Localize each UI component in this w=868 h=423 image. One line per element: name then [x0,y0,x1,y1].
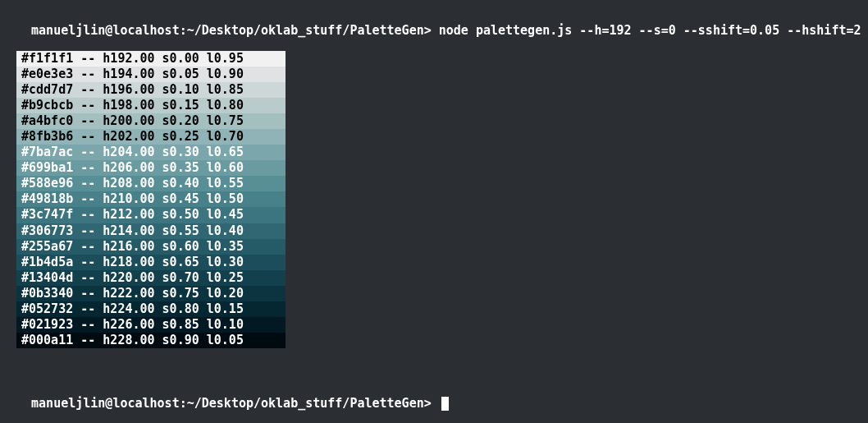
swatch-sat: s0.20 [162,113,199,128]
swatch-hue: h210.00 [103,191,154,206]
swatch-row: #49818b -- h210.00 s0.45 l0.50 [16,191,286,207]
swatch-hex: #021923 [21,317,73,332]
swatch-hex: #a4bfc0 [21,113,73,128]
palette-output: #f1f1f1 -- h192.00 s0.00 l0.95#e0e3e3 --… [0,39,868,348]
swatch-sat: s0.05 [162,67,199,81]
swatch-sat: s0.45 [162,191,199,206]
swatch-light: l0.35 [207,239,244,254]
swatch-hue: h198.00 [103,98,154,113]
swatch-light: l0.75 [207,113,244,128]
swatch-row: #e0e3e3 -- h194.00 s0.05 l0.90 [16,67,286,82]
swatch-row: #255a67 -- h216.00 s0.60 l0.35 [16,239,286,255]
swatch-row: #0b3340 -- h222.00 s0.75 l0.20 [16,286,286,301]
swatch-sat: s0.75 [162,286,199,301]
swatch-row: #052732 -- h224.00 s0.80 l0.15 [16,301,286,317]
spacer [0,348,868,381]
swatch-hue: h192.00 [103,51,154,66]
swatch-sat: s0.60 [162,239,199,254]
swatch-hue: h204.00 [103,145,154,159]
prompt-line-1: manueljlin@localhost:~/Desktop/oklab_stu… [0,8,868,39]
swatch-hex: #8fb3b6 [21,129,73,144]
swatch-sat: s0.65 [162,255,199,269]
swatch-hue: h208.00 [103,176,154,191]
swatch-hex: #588e96 [21,176,73,191]
swatch-hue: h216.00 [103,239,154,254]
swatch-light: l0.25 [207,270,244,285]
swatch-hex: #699ba1 [21,160,73,175]
swatch-sat: s0.90 [162,333,199,347]
swatch-light: l0.95 [207,51,244,66]
swatch-row: #699ba1 -- h206.00 s0.35 l0.60 [16,160,286,176]
swatch-sat: s0.40 [162,176,199,191]
swatch-hex: #b9cbcb [21,98,73,113]
swatch-light: l0.80 [207,98,244,113]
swatch-hex: #13404d [21,270,73,285]
swatch-hex: #0b3340 [21,286,73,301]
swatch-hex: #cdd7d7 [21,82,73,97]
swatch-hue: h202.00 [103,129,154,144]
swatch-row: #a4bfc0 -- h200.00 s0.20 l0.75 [16,113,286,129]
prompt-line-2[interactable]: manueljlin@localhost:~/Desktop/oklab_stu… [0,381,868,412]
swatch-hue: h226.00 [103,317,154,332]
swatch-hex: #49818b [21,191,73,206]
swatch-light: l0.65 [207,145,244,159]
swatch-light: l0.10 [207,317,244,332]
swatch-hue: h196.00 [103,82,154,97]
swatch-hue: h214.00 [103,223,154,238]
swatch-row: #306773 -- h214.00 s0.55 l0.40 [16,223,286,239]
swatch-sat: s0.70 [162,270,199,285]
swatch-light: l0.85 [207,82,244,97]
swatch-hue: h194.00 [103,67,154,81]
swatch-light: l0.30 [207,255,244,269]
swatch-row: #13404d -- h220.00 s0.70 l0.25 [16,270,286,286]
swatch-hex: #306773 [21,223,73,238]
swatch-row: #7ba7ac -- h204.00 s0.30 l0.65 [16,145,286,160]
swatch-hex: #1b4d5a [21,255,73,269]
swatch-light: l0.60 [207,160,244,175]
swatch-row: #3c747f -- h212.00 s0.50 l0.45 [16,207,286,223]
swatch-hex: #3c747f [21,207,73,222]
cursor-icon [441,397,449,411]
swatch-sat: s0.25 [162,129,199,144]
swatch-hue: h206.00 [103,160,154,175]
prompt-text: manueljlin@localhost:~/Desktop/oklab_stu… [31,23,861,38]
swatch-hex: #000a11 [21,333,73,347]
swatch-row: #b9cbcb -- h198.00 s0.15 l0.80 [16,98,286,113]
swatch-sat: s0.15 [162,98,199,113]
swatch-sat: s0.55 [162,223,199,238]
swatch-light: l0.05 [207,333,244,347]
swatch-hex: #f1f1f1 [21,51,73,66]
swatch-light: l0.40 [207,223,244,238]
swatch-row: #8fb3b6 -- h202.00 s0.25 l0.70 [16,129,286,145]
swatch-hex: #7ba7ac [21,145,73,159]
swatch-row: #f1f1f1 -- h192.00 s0.00 l0.95 [16,51,286,67]
swatch-hue: h200.00 [103,113,154,128]
swatch-row: #1b4d5a -- h218.00 s0.65 l0.30 [16,255,286,270]
swatch-sat: s0.80 [162,301,199,316]
swatch-light: l0.20 [207,286,244,301]
swatch-sat: s0.00 [162,51,199,66]
swatch-sat: s0.35 [162,160,199,175]
swatch-light: l0.70 [207,129,244,144]
swatch-hex: #e0e3e3 [21,67,73,81]
swatch-hue: h212.00 [103,207,154,222]
swatch-light: l0.15 [207,301,244,316]
swatch-hex: #052732 [21,301,73,316]
swatch-light: l0.45 [207,207,244,222]
swatch-row: #021923 -- h226.00 s0.85 l0.10 [16,317,286,333]
swatch-hue: h228.00 [103,333,154,347]
swatch-light: l0.55 [207,176,244,191]
swatch-hex: #255a67 [21,239,73,254]
swatch-sat: s0.10 [162,82,199,97]
swatch-light: l0.50 [207,191,244,206]
swatch-row: #588e96 -- h208.00 s0.40 l0.55 [16,176,286,191]
prompt-text: manueljlin@localhost:~/Desktop/oklab_stu… [31,396,439,411]
swatch-row: #cdd7d7 -- h196.00 s0.10 l0.85 [16,82,286,98]
swatch-hue: h220.00 [103,270,154,285]
swatch-hue: h222.00 [103,286,154,301]
swatch-sat: s0.30 [162,145,199,159]
swatch-hue: h218.00 [103,255,154,269]
swatch-light: l0.90 [207,67,244,81]
swatch-row: #000a11 -- h228.00 s0.90 l0.05 [16,333,286,348]
swatch-sat: s0.50 [162,207,199,222]
